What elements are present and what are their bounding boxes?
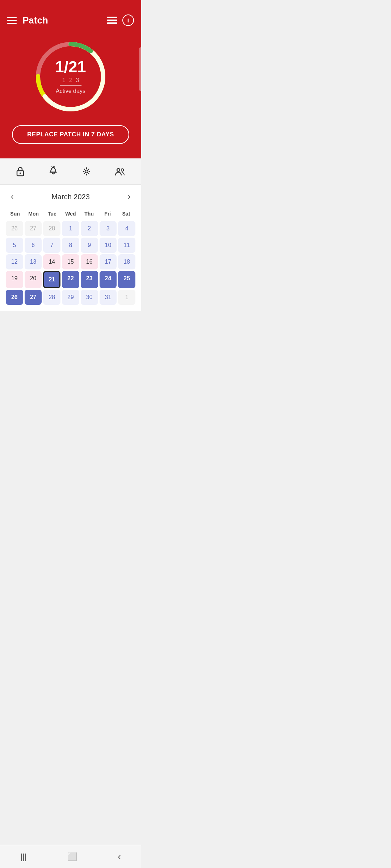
calendar-day[interactable]: 28 xyxy=(43,290,60,305)
bell-icon-button[interactable] xyxy=(48,166,59,177)
progress-area: 1/21 1 2 3 Active days REPLACE PATCH IN … xyxy=(7,37,134,144)
calendar-day[interactable]: 19 xyxy=(6,271,23,288)
svg-line-8 xyxy=(54,167,55,167)
app-title: Patch xyxy=(22,15,48,26)
svg-point-5 xyxy=(20,173,21,174)
calendar-day[interactable]: 21 xyxy=(43,271,60,288)
circle-content: 1/21 1 2 3 Active days xyxy=(55,59,86,94)
header-right: i xyxy=(107,14,134,26)
list-view-button[interactable] xyxy=(107,17,117,24)
step-line xyxy=(60,85,81,86)
scroll-hint xyxy=(139,47,141,91)
calendar-day[interactable]: 1 xyxy=(118,290,135,305)
replace-patch-button[interactable]: REPLACE PATCH IN 7 DAYS xyxy=(12,125,129,144)
day-header-mon: Mon xyxy=(24,209,43,219)
info-button[interactable]: i xyxy=(122,14,134,26)
calendar-day[interactable]: 28 xyxy=(43,221,60,236)
prev-month-button[interactable]: ‹ xyxy=(7,191,17,203)
calendar-day[interactable]: 4 xyxy=(118,221,135,236)
calendar-day[interactable]: 1 xyxy=(62,221,79,236)
svg-point-11 xyxy=(121,169,124,171)
calendar-week-3: 12131415161718 xyxy=(6,254,135,269)
calendar-week-4: 19202122232425 xyxy=(6,271,135,288)
people-icon-button[interactable] xyxy=(114,166,126,177)
menu-button[interactable] xyxy=(7,17,17,24)
calendar-week-5: 2627282930311 xyxy=(6,290,135,305)
calendar-day[interactable]: 8 xyxy=(62,238,79,253)
step-1: 1 xyxy=(62,77,66,84)
calendar-day[interactable]: 5 xyxy=(6,238,23,253)
calendar-day[interactable]: 24 xyxy=(100,271,117,288)
calendar-day[interactable]: 13 xyxy=(25,254,42,269)
day-header-fri: Fri xyxy=(98,209,117,219)
calendar-day[interactable]: 2 xyxy=(81,221,98,236)
calendar-day[interactable]: 27 xyxy=(25,290,42,305)
calendar-day[interactable]: 17 xyxy=(100,254,117,269)
calendar-day[interactable]: 25 xyxy=(118,271,135,288)
day-header-sun: Sun xyxy=(6,209,24,219)
progress-circle: 1/21 1 2 3 Active days xyxy=(31,37,110,116)
day-header-wed: Wed xyxy=(61,209,80,219)
calendar-day[interactable]: 22 xyxy=(62,271,79,288)
app-header: Patch i xyxy=(7,14,134,26)
top-section: Patch i 1/21 1 2 3 xyxy=(0,0,141,158)
calendar-day[interactable]: 6 xyxy=(25,238,42,253)
calendar-grid: Sun Mon Tue Wed Thu Fri Sat 262728123456… xyxy=(6,209,135,305)
fraction-display: 1/21 xyxy=(55,59,86,75)
next-month-button[interactable]: › xyxy=(124,191,134,203)
calendar-week-2: 567891011 xyxy=(6,238,135,253)
calendar-day[interactable]: 29 xyxy=(62,290,79,305)
calendar-day[interactable]: 12 xyxy=(6,254,23,269)
calendar-day[interactable]: 3 xyxy=(100,221,117,236)
step-indicators: 1 2 3 xyxy=(55,77,86,84)
calendar-weeks: 2627281234567891011121314151617181920212… xyxy=(6,221,135,305)
step-2: 2 xyxy=(69,77,72,84)
step-3: 3 xyxy=(76,77,79,84)
svg-line-7 xyxy=(52,167,52,167)
day-header-thu: Thu xyxy=(80,209,98,219)
calendar-day[interactable]: 15 xyxy=(62,254,79,269)
calendar-day[interactable]: 26 xyxy=(6,221,23,236)
calendar-day[interactable]: 18 xyxy=(118,254,135,269)
calendar-day[interactable]: 11 xyxy=(118,238,135,253)
calendar-week-1: 2627281234 xyxy=(6,221,135,236)
month-year-label: March 2023 xyxy=(51,193,90,201)
calendar-day[interactable]: 31 xyxy=(100,290,117,305)
calendar-day[interactable]: 7 xyxy=(43,238,60,253)
day-headers-row: Sun Mon Tue Wed Thu Fri Sat xyxy=(6,209,135,219)
calendar-day[interactable]: 14 xyxy=(43,254,60,269)
calendar-section: ‹ March 2023 › Sun Mon Tue Wed Thu Fri S… xyxy=(0,185,141,311)
active-days-label: Active days xyxy=(56,88,85,94)
calendar-day[interactable]: 20 xyxy=(25,271,42,288)
calendar-day[interactable]: 27 xyxy=(25,221,42,236)
day-header-sat: Sat xyxy=(117,209,135,219)
calendar-day[interactable]: 10 xyxy=(100,238,117,253)
calendar-nav: ‹ March 2023 › xyxy=(6,191,135,203)
calendar-day[interactable]: 16 xyxy=(81,254,98,269)
svg-point-10 xyxy=(117,169,120,171)
lock-icon-button[interactable] xyxy=(15,166,26,177)
icon-toolbar xyxy=(0,158,141,185)
settings-icon-button[interactable] xyxy=(81,166,92,177)
calendar-day[interactable]: 9 xyxy=(81,238,98,253)
calendar-day[interactable]: 30 xyxy=(81,290,98,305)
svg-point-9 xyxy=(85,170,88,173)
calendar-day[interactable]: 26 xyxy=(6,290,23,305)
calendar-day[interactable]: 23 xyxy=(81,271,98,288)
day-header-tue: Tue xyxy=(43,209,61,219)
header-left: Patch xyxy=(7,15,48,26)
